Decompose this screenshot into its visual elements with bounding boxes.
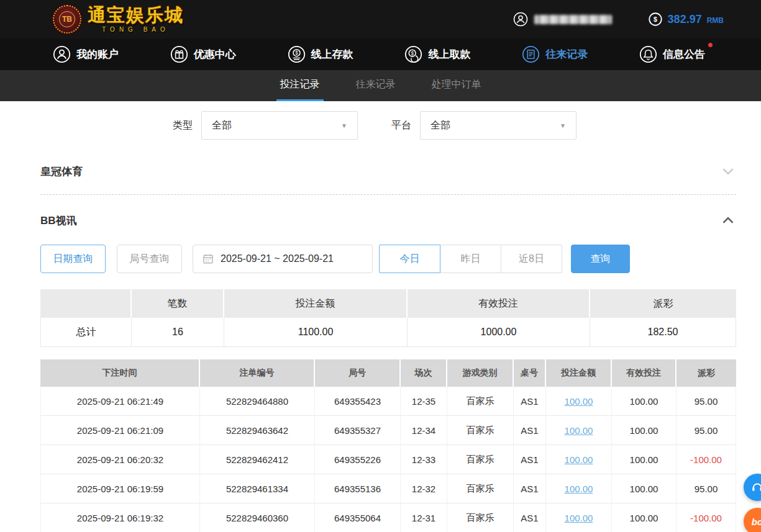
balance-currency: RMB <box>707 16 724 25</box>
headset-icon <box>750 480 761 494</box>
cell-bet_amount[interactable]: 100.00 <box>546 416 612 445</box>
cell-bet_amount[interactable]: 100.00 <box>546 387 612 416</box>
summary-count-value: 16 <box>132 318 224 347</box>
round-query-button[interactable]: 局号查询 <box>117 245 182 273</box>
svg-text:$: $ <box>295 50 298 56</box>
cell-bet_id: 522829461334 <box>200 474 315 503</box>
tab-processing-orders[interactable]: 处理中订单 <box>428 70 485 101</box>
header-user-area[interactable] <box>513 12 612 27</box>
bet-table-row: 2025-09-21 06:19:32522829460360649355064… <box>40 503 736 532</box>
nav-label: 优惠中心 <box>194 47 236 61</box>
summary-total-label: 总计 <box>40 318 132 347</box>
header-bet-amount: 投注金额 <box>546 359 612 387</box>
nav-item-deposit[interactable]: $ 线上存款 <box>288 45 353 63</box>
cell-payout: 95.00 <box>677 416 736 445</box>
type-select[interactable]: 全部 ▼ <box>201 111 358 140</box>
cell-bet_time: 2025-09-21 06:19:32 <box>40 503 200 532</box>
top-header: TB 通宝娱乐城 TONG BAO $ 382.97 RMB <box>0 0 761 38</box>
cell-valid_bet: 100.00 <box>612 445 677 474</box>
chevron-up-icon[interactable] <box>720 212 736 228</box>
cell-payout: -100.00 <box>677 445 736 474</box>
cell-round_no: 649355064 <box>315 503 401 532</box>
cell-bet_amount[interactable]: 100.00 <box>546 445 612 474</box>
header-round-no: 局号 <box>315 359 401 387</box>
bet-table-body: 2025-09-21 06:21:49522829464880649355423… <box>40 387 736 532</box>
platform-filter-label: 平台 <box>391 119 411 132</box>
summary-header-row: 笔数 投注金额 有效投注 派彩 <box>40 289 736 318</box>
summary-valid-bet-value: 1000.00 <box>408 318 590 347</box>
yesterday-button[interactable]: 昨日 <box>440 245 501 273</box>
gift-icon <box>170 45 188 63</box>
header-game-type: 游戏类别 <box>447 359 514 387</box>
last-8-days-button[interactable]: 近8日 <box>501 245 562 273</box>
bet-table: 下注时间 注单编号 局号 场次 游戏类别 桌号 投注金额 有效投注 派彩 202… <box>40 359 736 532</box>
tab-transaction-records[interactable]: 往来记录 <box>352 70 399 101</box>
nav-label: 往来记录 <box>545 47 588 61</box>
summary-bet-amount-value: 1100.00 <box>224 318 408 347</box>
nav-item-records[interactable]: 往来记录 <box>522 45 588 63</box>
chevron-down-icon: ▼ <box>341 122 347 129</box>
cell-session: 12-35 <box>401 387 447 416</box>
notification-dot <box>708 43 713 47</box>
bet-amount-link[interactable]: 100.00 <box>565 484 593 494</box>
cell-game_type: 百家乐 <box>447 445 514 474</box>
bet-amount-link[interactable]: 100.00 <box>565 454 593 465</box>
cell-round_no: 649355423 <box>315 387 401 416</box>
cell-game_type: 百家乐 <box>447 387 514 416</box>
cell-table_no: AS1 <box>514 387 546 416</box>
query-row: 日期查询 局号查询 2025-09-21 ~ 2025-09-21 今日 昨日 … <box>40 245 736 273</box>
records-document-icon <box>522 45 540 63</box>
summary-payout-value: 182.50 <box>590 318 736 347</box>
nav-label: 线上取款 <box>428 47 470 61</box>
cell-session: 12-33 <box>401 445 447 474</box>
nav-item-promotions[interactable]: 优惠中心 <box>170 45 236 63</box>
main-nav: 我的账户 优惠中心 $ 线上存款 $ 线上取款 往来记录 信息公告 <box>0 38 761 70</box>
bet-amount-link[interactable]: 100.00 <box>565 513 593 523</box>
cell-session: 12-32 <box>401 474 447 503</box>
cell-payout: 95.00 <box>677 474 736 503</box>
section-title: BB视讯 <box>40 214 77 228</box>
platform-select-value: 全部 <box>431 119 450 132</box>
bet-amount-link[interactable]: 100.00 <box>565 425 593 436</box>
bet-amount-link[interactable]: 100.00 <box>565 396 593 407</box>
summary-total-row: 总计 16 1100.00 1000.00 182.50 <box>40 318 736 347</box>
cell-bet_amount[interactable]: 100.00 <box>546 503 612 532</box>
tab-bet-records[interactable]: 投注记录 <box>276 70 324 101</box>
bet-table-row: 2025-09-21 06:21:49522829464880649355423… <box>40 387 736 416</box>
nav-label: 我的账户 <box>76 47 119 61</box>
cell-session: 12-31 <box>401 503 447 532</box>
cell-table_no: AS1 <box>514 445 546 474</box>
cell-table_no: AS1 <box>514 416 546 445</box>
site-title: 通宝娱乐城 <box>88 6 184 24</box>
cell-valid_bet: 100.00 <box>612 503 677 532</box>
cell-game_type: 百家乐 <box>447 474 514 503</box>
quick-date-group: 今日 昨日 近8日 <box>379 245 562 273</box>
cell-bet_id: 522829460360 <box>200 503 315 532</box>
nav-item-my-account[interactable]: 我的账户 <box>53 45 119 63</box>
cell-bet_time: 2025-09-21 06:19:59 <box>40 474 200 503</box>
date-range-input[interactable]: 2025-09-21 ~ 2025-09-21 <box>193 245 373 273</box>
search-button[interactable]: 查询 <box>571 245 630 273</box>
today-button[interactable]: 今日 <box>379 245 440 273</box>
header-table-no: 桌号 <box>514 359 546 387</box>
cell-round_no: 649355327 <box>315 416 401 445</box>
cell-bet_id: 522829464880 <box>200 387 315 416</box>
cell-game_type: 百家乐 <box>447 416 514 445</box>
cell-bet_amount[interactable]: 100.00 <box>546 474 612 503</box>
cell-round_no: 649355226 <box>315 445 401 474</box>
site-logo[interactable]: TB 通宝娱乐城 TONG BAO <box>53 5 184 34</box>
nav-item-withdraw[interactable]: $ 线上取款 <box>404 45 470 63</box>
nav-item-announcements[interactable]: 信息公告 <box>639 45 705 63</box>
date-query-button[interactable]: 日期查询 <box>40 245 106 273</box>
summary-header-payout: 派彩 <box>590 289 736 318</box>
svg-text:$: $ <box>411 51 414 56</box>
cell-bet_time: 2025-09-21 06:20:32 <box>40 445 200 474</box>
cell-bet_time: 2025-09-21 06:21:09 <box>40 416 200 445</box>
site-subtitle: TONG BAO <box>88 26 184 33</box>
platform-select[interactable]: 全部 ▼ <box>420 111 576 140</box>
header-balance[interactable]: $ 382.97 RMB <box>648 12 724 27</box>
chevron-down-icon[interactable] <box>720 163 736 179</box>
cell-round_no: 649355136 <box>315 474 401 503</box>
dollar-coin-icon: $ <box>648 12 663 27</box>
bet-table-row: 2025-09-21 06:19:59522829461334649355136… <box>40 474 736 503</box>
